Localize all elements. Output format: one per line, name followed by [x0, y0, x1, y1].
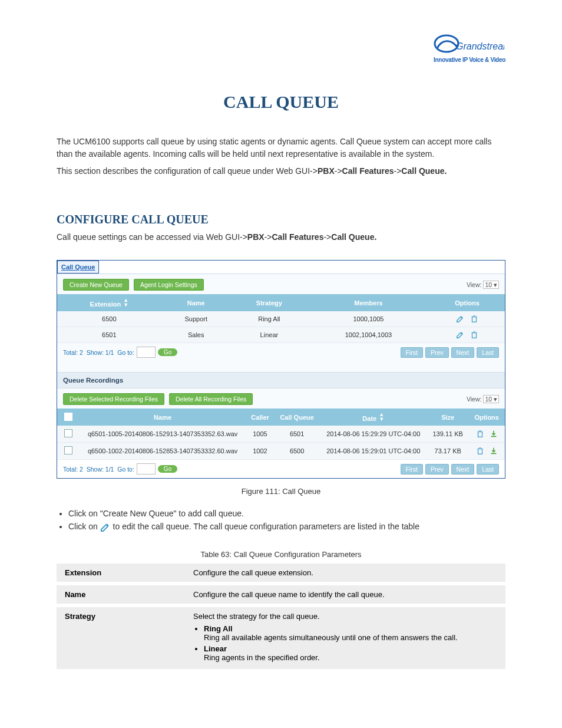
goto-button[interactable]: Go — [158, 465, 177, 473]
brand-logo: Grandstream Innovative IP Voice & Video — [434, 33, 505, 63]
rec-col-date[interactable]: Date▲▼ — [319, 409, 427, 426]
svg-rect-5 — [478, 449, 482, 454]
brand-name: Grandstream — [456, 41, 504, 51]
intro-paragraph-1: The UCM6100 supports call queue by using… — [57, 136, 505, 160]
pager-first[interactable]: First — [401, 464, 423, 475]
recordings-table: Name Caller Call Queue Date▲▼ Size Optio… — [57, 409, 505, 460]
section-title-configure: CONFIGURE CALL QUEUE — [57, 213, 505, 226]
col-strategy[interactable]: Strategy — [231, 294, 308, 311]
col-name[interactable]: Name — [161, 294, 231, 311]
bullet-list: Click on "Create New Queue" to add call … — [57, 509, 505, 532]
view-selector: View: 10 ▾ — [467, 281, 499, 288]
queue-row: 6501 Sales Linear 1002,1004,1003 — [57, 327, 505, 343]
view-select[interactable]: 10 ▾ — [483, 281, 499, 289]
config-line: Call queue settings can be accessed via … — [57, 231, 505, 243]
parameter-table: Extension Configure the call queue exten… — [57, 564, 505, 673]
bullet-edit: Click on to edit the call queue. The cal… — [68, 522, 505, 532]
pager-prev[interactable]: Prev — [425, 464, 449, 475]
create-new-queue-button[interactable]: Create New Queue — [63, 279, 129, 291]
svg-rect-3 — [478, 432, 482, 437]
edit-icon[interactable] — [456, 331, 464, 339]
row-checkbox — [64, 429, 72, 437]
goto-page-input[interactable] — [137, 463, 156, 475]
rec-col-size[interactable]: Size — [427, 409, 468, 426]
pager-last[interactable]: Last — [477, 347, 499, 358]
select-all-checkbox[interactable] — [57, 409, 80, 426]
param-row: Strategy Select the strategy for the cal… — [57, 605, 505, 671]
edit-icon[interactable] — [456, 315, 464, 323]
ss-panel-title: Call Queue — [57, 261, 99, 274]
table-caption: Table 63: Call Queue Configuration Param… — [57, 550, 505, 559]
goto-page-input[interactable] — [137, 347, 156, 358]
queue-table: Extension▲▼ Name Strategy Members Option… — [57, 294, 505, 343]
figure-caption: Figure 111: Call Queue — [57, 487, 505, 496]
edit-icon — [100, 522, 111, 532]
row-checkbox — [64, 446, 72, 454]
download-icon[interactable] — [490, 447, 498, 455]
param-row: Name Configure the call queue name to id… — [57, 584, 505, 605]
bullet-create: Click on "Create New Queue" to add call … — [68, 509, 505, 518]
queue-recordings-header: Queue Recordings — [57, 372, 505, 388]
param-row: Extension Configure the call queue exten… — [57, 564, 505, 584]
svg-rect-2 — [472, 333, 476, 338]
download-icon[interactable] — [490, 430, 498, 438]
recordings-pager: Total: 2 Show: 1/1 Go to: Go First Prev … — [57, 460, 505, 478]
delete-all-recordings-button[interactable]: Delete All Recording Files — [169, 393, 253, 405]
svg-rect-1 — [472, 317, 476, 322]
delete-icon[interactable] — [476, 430, 484, 438]
svg-rect-6 — [491, 453, 496, 454]
delete-icon[interactable] — [470, 315, 478, 323]
delete-icon[interactable] — [476, 447, 484, 455]
pager-first[interactable]: First — [401, 347, 423, 358]
col-extension[interactable]: Extension▲▼ — [57, 294, 161, 311]
queue-pager: Total: 2 Show: 1/1 Go to: Go First Prev … — [57, 343, 505, 361]
rec-col-name[interactable]: Name — [80, 409, 246, 426]
pager-prev[interactable]: Prev — [425, 347, 449, 358]
queue-row: 6500 Support Ring All 1000,1005 — [57, 311, 505, 327]
intro-paragraph-2: This section describes the configuration… — [57, 165, 505, 177]
view-select[interactable]: 10 ▾ — [483, 395, 499, 403]
pager-next[interactable]: Next — [451, 464, 475, 475]
pager-next[interactable]: Next — [451, 347, 475, 358]
call-queue-screenshot: Call Queue Create New Queue Agent Login … — [57, 260, 505, 479]
view-selector: View: 10 ▾ — [467, 396, 499, 403]
rec-col-callqueue[interactable]: Call Queue — [275, 409, 320, 426]
page-main-title: CALL QUEUE — [57, 92, 505, 112]
col-members[interactable]: Members — [308, 294, 429, 311]
pager-last[interactable]: Last — [477, 464, 499, 475]
goto-button[interactable]: Go — [158, 348, 177, 356]
delete-icon[interactable] — [470, 331, 478, 339]
rec-col-options: Options — [468, 409, 505, 426]
agent-login-settings-button[interactable]: Agent Login Settings — [134, 279, 204, 291]
recording-row: q6500-1002-20140806-152853-1407353332.60… — [57, 443, 505, 460]
col-options: Options — [429, 294, 505, 311]
brand-tagline: Innovative IP Voice & Video — [434, 57, 505, 63]
delete-selected-recordings-button[interactable]: Delete Selected Recording Files — [63, 393, 164, 405]
recording-row: q6501-1005-20140806-152913-1407353352.63… — [57, 426, 505, 443]
svg-rect-4 — [491, 436, 496, 437]
rec-col-caller[interactable]: Caller — [246, 409, 275, 426]
